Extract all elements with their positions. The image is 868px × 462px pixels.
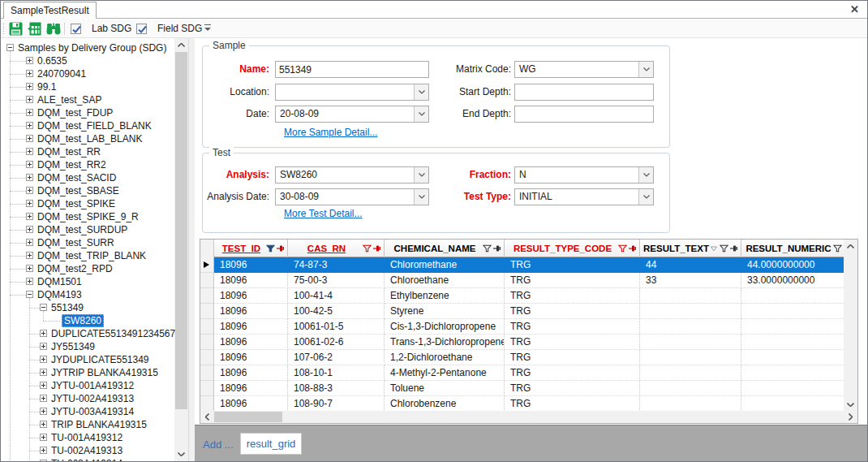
grid-cell[interactable] xyxy=(640,319,741,335)
grid-cell[interactable]: TRG xyxy=(505,319,640,335)
grid-cell[interactable] xyxy=(640,381,741,396)
tree-item-label[interactable]: DQM_test2_RPD xyxy=(35,262,115,275)
grid-cell[interactable]: 100-42-5 xyxy=(288,304,385,319)
grid-cell[interactable]: Trans-1,3-Dichloropropene xyxy=(385,335,505,350)
tree-item[interactable]: JYDUPLICATE551349 xyxy=(2,353,174,366)
expand-plus-icon[interactable] xyxy=(40,395,47,402)
export-grid-button[interactable] xyxy=(28,22,42,37)
grid-cell[interactable]: 18096 xyxy=(214,381,288,396)
grid-row[interactable]: 18096100-41-4EthylbenzeneTRG xyxy=(200,288,845,304)
expand-plus-icon[interactable] xyxy=(40,330,47,337)
grid-horizontal-scrollbar[interactable] xyxy=(200,411,857,423)
grid-cell[interactable] xyxy=(741,304,845,319)
filter-funnel-icon[interactable] xyxy=(618,244,627,253)
grid-cell[interactable]: 18096 xyxy=(214,257,288,273)
tree-item[interactable]: DQM_test_FIELD_BLANK xyxy=(2,119,174,132)
grid-cell[interactable]: TRG xyxy=(505,304,640,319)
grid-cell[interactable]: 33.0000000000 xyxy=(741,273,845,288)
tree-item-label[interactable]: TU-001A419312 xyxy=(49,431,125,444)
grid-cell[interactable] xyxy=(741,365,845,381)
column-header-RESULT_TYPE_CODE[interactable]: RESULT_TYPE_CODE xyxy=(505,240,640,257)
pin-icon[interactable] xyxy=(629,244,637,253)
row-selector[interactable] xyxy=(200,335,214,350)
tree-item-label[interactable]: DQM_test_RR xyxy=(35,145,103,158)
tree-item-label[interactable]: Samples by Delivery Group (SDG) xyxy=(15,41,169,54)
grid-cell[interactable]: 108-90-7 xyxy=(288,396,385,412)
tree-item-label[interactable]: 0.6535 xyxy=(35,54,70,67)
tree-item[interactable]: 0.6535 xyxy=(2,54,174,67)
expand-plus-icon[interactable] xyxy=(26,83,33,90)
tree-item-label[interactable]: TU-003A419314 xyxy=(49,457,125,461)
grid-cell[interactable]: TRG xyxy=(505,350,640,365)
grid-cell[interactable] xyxy=(640,288,741,304)
grid-cell[interactable] xyxy=(640,350,741,365)
grid-vertical-scrollbar[interactable] xyxy=(844,240,857,412)
tree-item[interactable]: DQM_test_SPIKE xyxy=(2,197,174,210)
collapse-minus-icon[interactable] xyxy=(26,291,33,298)
tree-item[interactable]: JY551349 xyxy=(2,340,174,353)
row-selector[interactable] xyxy=(200,257,214,273)
tree-item[interactable]: JYTU-001A419312 xyxy=(2,379,174,392)
filter-funnel-icon[interactable] xyxy=(363,244,372,253)
row-selector[interactable] xyxy=(200,319,214,335)
filter-funnel-icon[interactable] xyxy=(266,244,275,253)
field-sdg-label[interactable]: Field SDG xyxy=(157,23,202,34)
expand-plus-icon[interactable] xyxy=(26,148,33,155)
tree-item-label[interactable]: DQM_test_LAB_BLANK xyxy=(35,132,144,145)
row-selector[interactable] xyxy=(200,381,214,396)
grid-cell[interactable]: Chloromethane xyxy=(385,257,505,273)
grid-cell[interactable] xyxy=(741,288,845,304)
tree-item[interactable]: TU-001A419312 xyxy=(2,431,174,444)
grid-cell[interactable]: 18096 xyxy=(214,335,288,350)
grid-cell[interactable]: 18096 xyxy=(214,396,288,412)
grid-cell[interactable]: 18096 xyxy=(214,304,288,319)
tab-result-grid[interactable]: result_grid xyxy=(240,433,302,455)
tree-item[interactable]: DQM_test_SBASE xyxy=(2,184,174,197)
row-selector[interactable] xyxy=(200,288,214,304)
grid-row[interactable]: 1809675-00-3ChloroethaneTRG3333.00000000… xyxy=(200,273,845,288)
tree-item[interactable]: DQM_test2_RPD xyxy=(2,262,174,275)
grid-cell[interactable]: 18096 xyxy=(214,288,288,304)
grid-cell[interactable]: 18096 xyxy=(214,273,288,288)
expand-plus-icon[interactable] xyxy=(26,122,33,129)
test-type-combobox[interactable]: INITIAL xyxy=(514,188,654,205)
scroll-up-arrow-icon[interactable] xyxy=(844,240,857,253)
grid-cell[interactable]: 107-06-2 xyxy=(288,350,385,365)
tree-item[interactable]: DQM_test_RR2 xyxy=(2,158,174,171)
tree-item[interactable]: DQM_test_SURR xyxy=(2,236,174,249)
tree-item[interactable]: DQM4193 xyxy=(2,288,174,301)
tree-item[interactable]: JYTRIP BLANKA419315 xyxy=(2,366,174,379)
grid-cell[interactable]: Styrene xyxy=(385,304,505,319)
expand-plus-icon[interactable] xyxy=(26,57,33,64)
grid-cell[interactable] xyxy=(640,365,741,381)
grid-hscrollbar-thumb[interactable] xyxy=(214,412,282,422)
grid-cell[interactable]: TRG xyxy=(505,288,640,304)
expand-plus-icon[interactable] xyxy=(26,174,33,181)
grid-cell[interactable]: Toluene xyxy=(385,381,505,396)
save-button[interactable] xyxy=(9,22,24,37)
matrix-code-combobox[interactable]: WG xyxy=(514,61,654,78)
grid-cell[interactable]: TRG xyxy=(505,257,640,273)
start-depth-field[interactable] xyxy=(514,84,654,101)
tree-item-label-selected[interactable]: SW8260 xyxy=(62,314,104,327)
grid-cell[interactable]: 108-88-3 xyxy=(288,381,385,396)
name-field[interactable] xyxy=(275,61,429,78)
analysis-date-combobox[interactable]: 30-08-09 xyxy=(275,188,429,205)
scroll-right-arrow-icon[interactable] xyxy=(844,411,857,423)
tree-item-label[interactable]: DQM_test_SBASE xyxy=(35,184,122,197)
tree-item-label[interactable]: DQM_test_TRIP_BLANK xyxy=(35,249,148,262)
collapse-minus-icon[interactable] xyxy=(6,44,14,51)
tree-item-label[interactable]: JYTRIP BLANKA419315 xyxy=(49,366,161,379)
row-selector[interactable] xyxy=(200,350,214,365)
lab-sdg-label[interactable]: Lab SDG xyxy=(92,23,131,34)
grid-cell[interactable]: Chloroethane xyxy=(385,273,505,288)
fraction-combobox[interactable]: N xyxy=(514,166,654,184)
scroll-left-arrow-icon[interactable] xyxy=(200,411,214,423)
grid-row[interactable]: 1809674-87-3ChloromethaneTRG4444.0000000… xyxy=(200,257,845,273)
tree-item-label[interactable]: TU-002A419313 xyxy=(49,444,125,457)
tree-item[interactable]: TU-002A419313 xyxy=(2,444,174,457)
scroll-up-arrow-icon[interactable] xyxy=(174,38,188,52)
grid-cell[interactable]: 100-41-4 xyxy=(288,288,385,304)
expand-plus-icon[interactable] xyxy=(26,265,33,272)
expand-plus-icon[interactable] xyxy=(26,239,33,246)
